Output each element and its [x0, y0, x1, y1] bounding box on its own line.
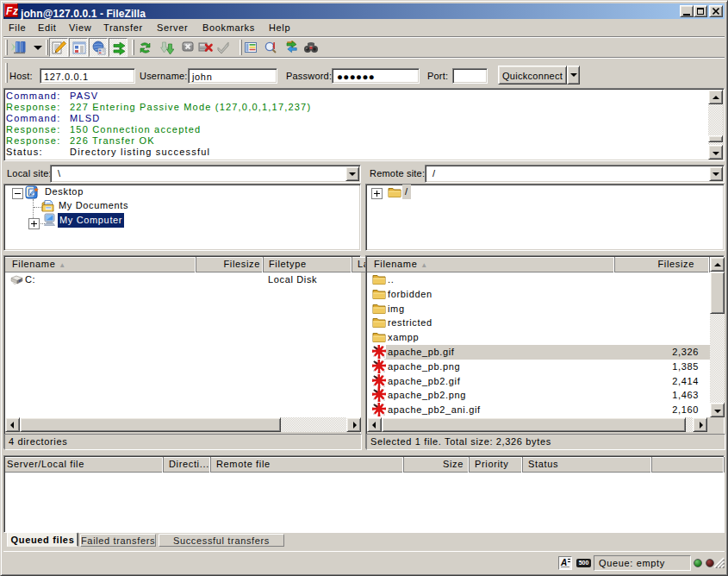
svg-text:Fz: Fz	[6, 5, 18, 17]
